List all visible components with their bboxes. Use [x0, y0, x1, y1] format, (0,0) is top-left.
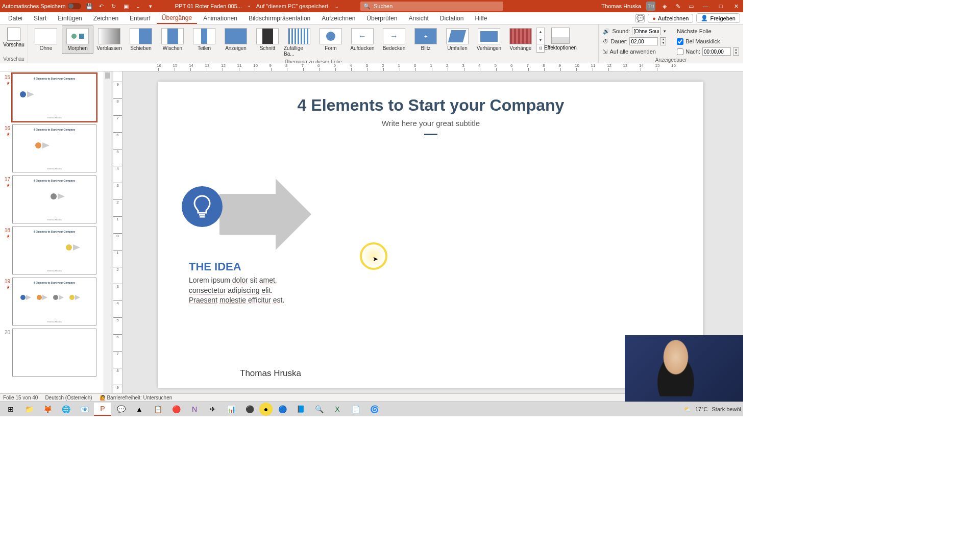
transition-wischen[interactable]: Wischen	[157, 26, 188, 54]
accessibility[interactable]: 🙋 Barrierefreiheit: Untersuchen	[100, 395, 173, 400]
telegram-icon[interactable]: ✈	[204, 403, 222, 416]
autosave-toggle[interactable]: Automatisches Speichern	[2, 3, 81, 9]
saved-location[interactable]: Auf "diesem PC" gespeichert	[256, 3, 328, 9]
thumbnail-17[interactable]: 17★ 4 Elements to Start your CompanyThom…	[2, 176, 107, 223]
search-input[interactable]	[374, 3, 500, 9]
onenote-icon[interactable]: N	[186, 403, 203, 416]
transition-ohne[interactable]: Ohne	[30, 26, 62, 54]
transition-bedecken[interactable]: →Bedecken	[378, 26, 410, 54]
app-icon-4[interactable]: 📊	[223, 403, 240, 416]
apply-all-button[interactable]: ⇲Auf alle anwenden	[603, 47, 667, 56]
weather-text[interactable]: Stark bewöl	[712, 406, 741, 412]
tab-ueberpruefen[interactable]: Überprüfen	[361, 13, 402, 23]
tab-zeichnen[interactable]: Zeichnen	[88, 13, 124, 23]
slide-footer[interactable]: Thomas Hruska	[240, 368, 301, 379]
dauer-spinner[interactable]: ▲▼	[660, 37, 666, 45]
thumbnail-scrollbar[interactable]: ▲ ▼	[104, 71, 111, 408]
save-icon[interactable]: 💾	[85, 2, 93, 10]
aufzeichnen-button[interactable]: ●Aufzeichnen	[648, 14, 693, 23]
tab-bildschirm[interactable]: Bildschirmpräsentation	[243, 13, 315, 23]
language[interactable]: Deutsch (Österreich)	[45, 395, 92, 400]
user-avatar[interactable]: TH	[646, 2, 655, 11]
transition-gallery-more[interactable]: ▲▼⊟	[536, 28, 545, 53]
chrome-icon[interactable]: 🌐	[57, 403, 75, 416]
transition-form[interactable]: Form	[315, 26, 347, 54]
tab-datei[interactable]: Datei	[3, 13, 28, 23]
transition-aufdecken[interactable]: ←Aufdecken	[347, 26, 378, 54]
idea-circle[interactable]	[182, 186, 223, 227]
dauer-input[interactable]	[629, 37, 658, 45]
transition-verblassen[interactable]: Verblassen	[93, 26, 125, 54]
weather-icon[interactable]: ⛅	[684, 406, 691, 413]
tab-aufzeichnen[interactable]: Aufzeichnen	[316, 13, 360, 23]
app-icon-5[interactable]: ●	[259, 403, 273, 416]
tab-entwurf[interactable]: Entwurf	[125, 13, 156, 23]
temperature[interactable]: 17°C	[695, 406, 708, 412]
slide-title[interactable]: 4 Elements to Start your Company	[158, 96, 703, 115]
transition-anzeigen[interactable]: Anzeigen	[220, 26, 252, 54]
sound-dropdown[interactable]	[632, 27, 660, 35]
qat-more-icon[interactable]: ▾	[146, 2, 155, 10]
transition-schieben[interactable]: Schieben	[125, 26, 157, 54]
transition-schnitt[interactable]: Schnitt	[252, 26, 283, 54]
tab-animationen[interactable]: Animationen	[198, 13, 242, 23]
content-body[interactable]: Lorem ipsum dolor sit amet, consectetur …	[189, 276, 291, 306]
thumbnail-20[interactable]: 20	[2, 329, 107, 377]
app-icon-1[interactable]: 💬	[112, 403, 130, 416]
minimize-icon[interactable]: —	[700, 3, 710, 9]
mausklick-checkbox[interactable]	[677, 38, 683, 45]
close-icon[interactable]: ✕	[731, 3, 741, 10]
firefox-icon[interactable]: 🦊	[39, 403, 56, 416]
tab-ansicht[interactable]: Ansicht	[403, 13, 433, 23]
nach-spinner[interactable]: ▲▼	[733, 47, 739, 56]
app-icon-2[interactable]: 📋	[149, 403, 166, 416]
tab-start[interactable]: Start	[29, 13, 52, 23]
freigeben-button[interactable]: 👤Freigeben	[696, 13, 740, 23]
slide[interactable]: 4 Elements to Start your Company Write h…	[158, 82, 703, 388]
start-button[interactable]: ⊞	[2, 403, 19, 416]
undo-icon[interactable]: ↶	[97, 2, 106, 10]
search-box[interactable]: 🔍	[360, 2, 503, 11]
transition-umfallen[interactable]: Umfallen	[442, 26, 473, 54]
sync-icon[interactable]: ◈	[660, 2, 669, 10]
app-icon-9[interactable]: 📄	[347, 403, 364, 416]
content-title[interactable]: THE IDEA	[189, 260, 241, 273]
outlook-icon[interactable]: 📧	[76, 403, 93, 416]
slide-count[interactable]: Folie 15 von 40	[3, 395, 38, 400]
slide-subtitle[interactable]: Write here your great subtitle	[158, 119, 703, 128]
vorschau-button[interactable]: Vorschau	[2, 26, 26, 47]
tab-uebergaenge[interactable]: Übergänge	[157, 13, 197, 24]
transition-verhaengen[interactable]: Verhängen	[473, 26, 505, 54]
tab-hilfe[interactable]: Hilfe	[470, 13, 492, 23]
powerpoint-icon[interactable]: P	[94, 403, 111, 416]
draw-icon[interactable]: ✎	[674, 2, 682, 10]
obs-icon[interactable]: ⚫	[241, 403, 258, 416]
window-icon[interactable]: ▭	[687, 2, 695, 10]
tab-dictation[interactable]: Dictation	[435, 13, 469, 23]
thumbnail-18[interactable]: 18★ 4 Elements to Start your CompanyThom…	[2, 227, 107, 274]
thumbnail-15[interactable]: 15★ 4 Elements to Start your CompanyThom…	[2, 73, 107, 121]
app-icon-3[interactable]: 🔴	[167, 403, 185, 416]
comments-icon[interactable]: 💬	[635, 14, 645, 22]
app-icon-8[interactable]: 🔍	[310, 403, 328, 416]
app-icon-6[interactable]: 🔵	[274, 403, 291, 416]
explorer-icon[interactable]: 📁	[20, 403, 38, 416]
transition-vorhaenge[interactable]: Vorhänge	[505, 26, 536, 54]
vlc-icon[interactable]: ▲	[131, 403, 148, 416]
edge-icon[interactable]: 🌀	[365, 403, 383, 416]
nach-checkbox[interactable]	[677, 48, 683, 55]
transition-blitz[interactable]: ✦Blitz	[410, 26, 442, 54]
thumbnail-19[interactable]: 19★ 4 Elements to Start your Company Tho…	[2, 278, 107, 325]
thumbnail-16[interactable]: 16★ 4 Elements to Start your CompanyThom…	[2, 124, 107, 172]
transition-morphen[interactable]: Morphen	[62, 26, 93, 54]
app-icon-7[interactable]: 📘	[292, 403, 309, 416]
maximize-icon[interactable]: □	[716, 3, 726, 9]
present-icon[interactable]: ▣	[122, 2, 130, 10]
toggle-switch[interactable]	[68, 3, 81, 9]
more-icon[interactable]: ⌄	[134, 2, 142, 10]
excel-icon[interactable]: X	[329, 403, 346, 416]
nach-input[interactable]	[702, 47, 731, 56]
transition-teilen[interactable]: Teilen	[188, 26, 220, 54]
redo-icon[interactable]: ↻	[110, 2, 118, 10]
transition-zufaellige[interactable]: Zufällige Ba...	[283, 26, 315, 59]
